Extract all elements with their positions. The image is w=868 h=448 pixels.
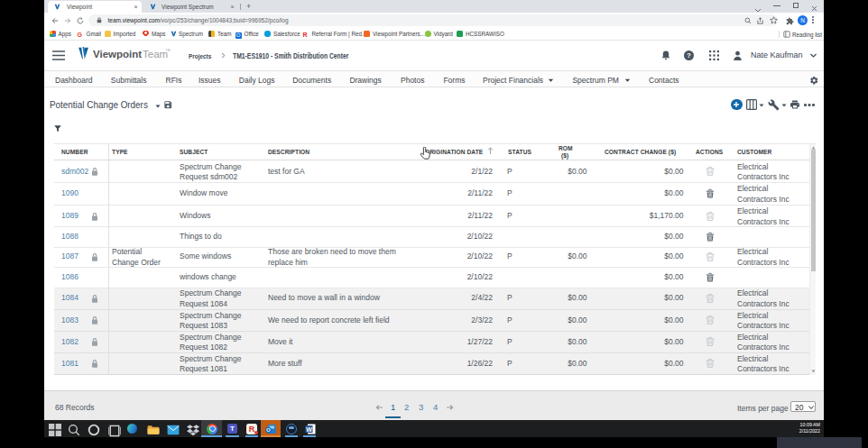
svg-text:W: W	[306, 425, 312, 432]
